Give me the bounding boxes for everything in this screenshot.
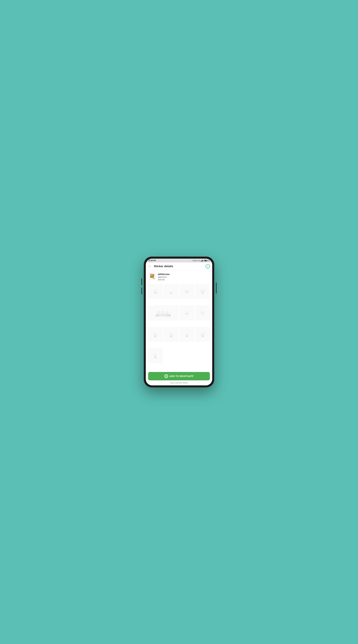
sticker-item[interactable] [148, 327, 163, 342]
sticker-image [149, 285, 162, 298]
phone-volume-down [142, 288, 142, 294]
preview-hint: Tap to preview sticker [148, 382, 210, 384]
sticker-item[interactable] [148, 284, 163, 299]
page-title: Sticker details [154, 265, 206, 268]
whatsapp-icon [164, 374, 168, 378]
sticker-image [149, 306, 178, 320]
sticker-item[interactable] [148, 348, 163, 363]
svg-point-24 [156, 311, 158, 313]
svg-text:rose: rose [171, 336, 172, 336]
signal-bar-4 [203, 260, 203, 262]
pack-icon: 💐 [148, 273, 156, 280]
phone-volume-up [142, 278, 142, 285]
svg-point-9 [170, 290, 172, 291]
add-button-label: ADD TO WHATSAPP [170, 375, 194, 378]
app-bar: ← Sticker details i [146, 262, 212, 270]
sticker-image [180, 285, 194, 298]
sticker-item[interactable] [179, 284, 194, 299]
battery-fill [204, 260, 206, 261]
signal-bar-2 [201, 260, 202, 262]
svg-point-4 [155, 289, 156, 291]
svg-rect-16 [202, 292, 204, 294]
sticker-image [180, 328, 194, 341]
phone-screen: 12:08 PM 1.4KB/s 4G 85 ← [146, 258, 212, 386]
signal-bar-3 [202, 260, 202, 262]
network-type: 4G [198, 260, 200, 262]
svg-point-58 [186, 332, 188, 335]
sticker-image [196, 328, 209, 341]
pack-author: appicloud [158, 276, 170, 278]
sticker-image [149, 349, 162, 362]
sticker-image [165, 285, 178, 298]
sticker-item[interactable] [195, 327, 210, 342]
network-speed: 1.4KB/s [192, 260, 197, 262]
svg-point-45 [202, 312, 203, 314]
svg-point-33 [169, 310, 171, 314]
sticker-grid: rose [146, 282, 212, 370]
sticker-image [196, 306, 209, 319]
sticker-item[interactable] [164, 284, 179, 299]
svg-point-14 [186, 289, 188, 291]
svg-point-62 [202, 332, 204, 334]
signal-bar-1 [201, 261, 201, 262]
bottom-section: ADD TO WHATSAPP Tap to preview sticker [146, 370, 212, 386]
sticker-item[interactable]: rose [164, 327, 179, 342]
back-button[interactable]: ← [148, 264, 152, 268]
sticker-item[interactable] [195, 305, 210, 320]
sticker-image [149, 328, 162, 341]
pack-name: whiterose [158, 273, 170, 276]
sticker-item[interactable] [195, 284, 210, 299]
sticker-item[interactable] [179, 327, 194, 342]
add-to-whatsapp-button[interactable]: ADD TO WHATSAPP [148, 372, 210, 380]
phone-power-button [216, 282, 216, 294]
svg-rect-59 [202, 335, 204, 337]
battery-icon [204, 260, 207, 262]
pack-size: 254 KB [158, 278, 170, 281]
phone-device: 12:08 PM 1.4KB/s 4G 85 ← [144, 256, 214, 388]
status-bar: 12:08 PM 1.4KB/s 4G 85 [146, 258, 212, 262]
info-button[interactable]: i [206, 264, 210, 268]
battery-level: 85 [208, 260, 210, 262]
sticker-image: rose [165, 328, 178, 341]
phone-notch [169, 256, 189, 258]
sticker-image [196, 285, 209, 298]
status-time: 12:08 PM [148, 260, 156, 262]
app-screen: ← Sticker details i 💐 whiterose appiclou… [146, 262, 212, 386]
sticker-item-large[interactable] [148, 305, 179, 321]
pack-metadata: whiterose appicloud 254 KB [158, 273, 170, 281]
sticker-pack-info: 💐 whiterose appicloud 254 KB [146, 270, 212, 282]
signal-bars [201, 260, 203, 262]
status-right: 1.4KB/s 4G 85 [192, 260, 210, 262]
sticker-item[interactable] [179, 305, 194, 320]
sticker-image [180, 306, 194, 319]
svg-point-15 [186, 291, 188, 292]
